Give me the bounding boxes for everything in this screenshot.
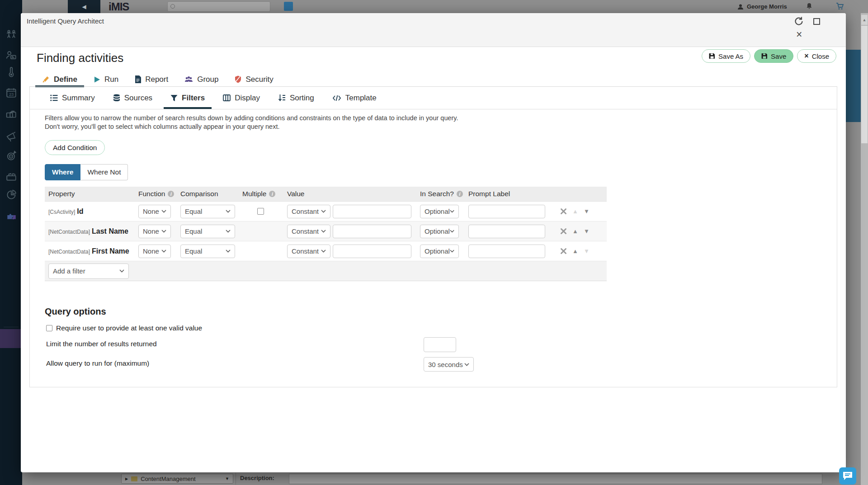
col-in-search: In Search?i <box>420 190 468 198</box>
tab-define[interactable]: Define <box>35 72 84 87</box>
multiple-checkbox[interactable] <box>257 208 264 215</box>
subtab-sorting[interactable]: Sorting <box>271 87 321 109</box>
remove-row-icon[interactable] <box>560 228 567 235</box>
background-bottom-content: ▶ ContentManagement ▼ Description: <box>22 472 846 485</box>
events-icon[interactable]: 23 <box>5 87 17 99</box>
save-as-button[interactable]: Save As <box>702 49 750 63</box>
app-sidebar: 23 <box>0 0 22 485</box>
subtab-template[interactable]: Template <box>326 87 383 109</box>
info-icon[interactable]: i <box>269 191 275 197</box>
membership-icon[interactable] <box>5 49 17 61</box>
background-blue-panel <box>846 50 862 122</box>
close-dialog-icon[interactable]: × <box>796 29 802 40</box>
tab-security[interactable]: Security <box>228 72 280 87</box>
col-prompt-label: Prompt Label <box>468 190 557 198</box>
function-select[interactable]: None <box>138 205 171 218</box>
max-runtime-select[interactable]: 30 seconds <box>424 357 474 372</box>
require-valid-checkbox[interactable] <box>46 325 52 331</box>
chevron-down-icon <box>161 250 166 253</box>
function-select[interactable]: None <box>138 225 171 238</box>
move-up-icon[interactable]: ▲ <box>572 248 578 254</box>
value-type-select[interactable]: Constant <box>287 225 330 238</box>
shield-icon <box>235 75 241 83</box>
where-toggle: Where Where Not <box>45 164 128 180</box>
col-function: Functioni <box>138 190 180 198</box>
prompt-label-input[interactable] <box>468 245 545 258</box>
refresh-icon[interactable] <box>793 16 804 27</box>
community-icon[interactable] <box>5 29 17 41</box>
value-input[interactable] <box>333 225 411 238</box>
in-search-select[interactable]: Optional <box>420 245 459 258</box>
value-input[interactable] <box>333 245 411 258</box>
reports-pie-icon[interactable] <box>5 188 17 200</box>
in-search-select[interactable]: Optional <box>420 225 459 238</box>
col-comparison: Comparison <box>180 190 242 198</box>
page-scrollbar[interactable]: ▲ <box>861 13 868 485</box>
move-down-icon[interactable]: ▼ <box>584 228 590 235</box>
add-condition-button[interactable]: Add Condition <box>45 140 105 155</box>
remove-row-icon[interactable] <box>560 208 567 215</box>
chat-widget-button[interactable] <box>839 467 856 485</box>
tab-group[interactable]: Group <box>178 72 225 87</box>
move-up-icon: ▲ <box>572 208 578 215</box>
maximize-icon[interactable] <box>813 18 820 25</box>
subtab-display[interactable]: Display <box>216 87 267 109</box>
filters-table: Property Functioni Comparison Multiplei … <box>45 187 607 281</box>
info-icon[interactable]: i <box>457 191 463 197</box>
comparison-select[interactable]: Equal <box>180 245 235 258</box>
info-icon[interactable]: i <box>168 191 174 197</box>
subtab-summary[interactable]: Summary <box>43 87 102 109</box>
group-people-icon <box>184 76 193 83</box>
limit-results-input[interactable] <box>424 337 456 352</box>
prompt-label-input[interactable] <box>468 225 545 238</box>
engagement-target-icon[interactable] <box>5 150 17 162</box>
chevron-down-icon <box>119 269 124 273</box>
chevron-down-icon <box>161 230 166 233</box>
where-not-button[interactable]: Where Not <box>80 164 128 180</box>
save-button[interactable]: Save <box>754 49 793 63</box>
move-down-icon[interactable]: ▼ <box>584 208 590 215</box>
where-button[interactable]: Where <box>45 164 80 180</box>
background-app-icon <box>284 2 293 11</box>
value-input[interactable] <box>333 205 411 218</box>
play-icon <box>94 76 100 83</box>
move-up-icon[interactable]: ▲ <box>572 228 578 235</box>
filter-funnel-icon <box>170 94 178 102</box>
comparison-select[interactable]: Equal <box>180 205 235 218</box>
remove-row-icon[interactable] <box>560 248 567 254</box>
marketing-icon[interactable] <box>5 131 17 142</box>
commerce-icon[interactable] <box>5 108 17 120</box>
comparison-select[interactable]: Equal <box>180 225 235 238</box>
value-type-select[interactable]: Constant <box>287 205 330 218</box>
description-label: Description: <box>240 475 274 481</box>
add-filter-select[interactable]: Add a filter <box>48 264 129 279</box>
scrollbar-thumb[interactable] <box>861 26 868 143</box>
tab-run[interactable]: Run <box>87 72 125 87</box>
expand-caret-icon: ▶ <box>125 477 128 481</box>
save-icon <box>709 53 715 59</box>
summary-list-icon <box>50 94 58 101</box>
close-button[interactable]: × Close <box>797 49 836 63</box>
bell-icon <box>806 3 813 10</box>
value-type-select[interactable]: Constant <box>287 245 330 258</box>
resources-icon[interactable] <box>5 170 17 182</box>
tab-report[interactable]: Report <box>128 72 175 87</box>
in-search-select[interactable]: Optional <box>420 205 459 218</box>
dialog-title: Intelligent Query Architect <box>27 17 104 25</box>
subtab-filters[interactable]: Filters <box>164 87 212 109</box>
subtab-sources[interactable]: Sources <box>106 87 159 109</box>
require-valid-row: Require user to provide at least one val… <box>46 324 202 332</box>
function-select[interactable]: None <box>138 245 171 258</box>
filters-description-line1: Filters allow you to narrow the number o… <box>45 114 458 122</box>
sidebar-divider <box>4 327 19 327</box>
rise-puzzle-icon[interactable] <box>5 209 17 221</box>
chevron-down-icon <box>161 210 166 213</box>
fundraising-icon[interactable] <box>5 66 17 78</box>
chat-bubble-icon <box>842 471 853 481</box>
content-folder-select: ▶ ContentManagement ▼ <box>121 474 233 484</box>
prompt-label-input[interactable] <box>468 205 545 218</box>
scrollbar-up-arrow[interactable]: ▲ <box>861 15 868 25</box>
sidebar-active-item[interactable] <box>0 329 22 348</box>
require-valid-label: Require user to provide at least one val… <box>56 324 202 332</box>
folder-icon <box>131 476 137 481</box>
